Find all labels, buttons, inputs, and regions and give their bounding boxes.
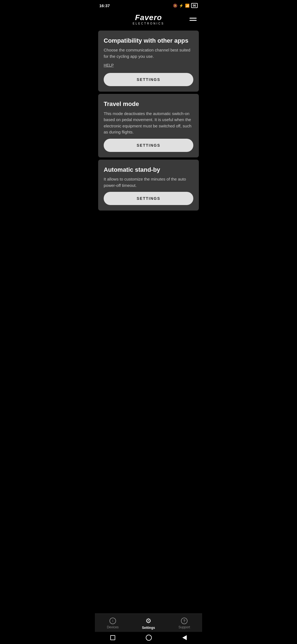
logo-sub: ELECTRONICS — [133, 22, 164, 25]
automatic-standby-card: Automatic stand-by It allows to customiz… — [98, 160, 199, 211]
logo: Favero ELECTRONICS — [133, 13, 164, 25]
automatic-standby-settings-button[interactable]: SETTINGS — [104, 192, 193, 205]
compatibility-card: Compatibility with other apps Choose the… — [98, 31, 199, 92]
status-icons: 🔕 ⚡ 📶 96 — [173, 3, 198, 8]
compatibility-description: Choose the communication channel best su… — [104, 47, 193, 59]
main-content: Compatibility with other apps Choose the… — [95, 28, 202, 213]
battery-icon: 96 — [191, 3, 198, 8]
hamburger-line-1 — [189, 18, 197, 18]
travel-mode-card: Travel mode This mode deactivates the au… — [98, 94, 199, 157]
automatic-standby-title: Automatic stand-by — [104, 166, 193, 173]
status-time: 16:37 — [99, 3, 110, 8]
travel-mode-settings-button[interactable]: SETTINGS — [104, 139, 193, 152]
compatibility-settings-button[interactable]: SETTINGS — [104, 73, 193, 86]
mute-icon: 🔕 — [173, 4, 177, 8]
travel-mode-description: This mode deactivates the automatic swit… — [104, 111, 193, 135]
hamburger-menu-button[interactable] — [189, 18, 197, 21]
hamburger-line-2 — [189, 20, 197, 21]
status-bar: 16:37 🔕 ⚡ 📶 96 — [95, 0, 202, 10]
app-header: Favero ELECTRONICS — [95, 10, 202, 28]
compatibility-help-link[interactable]: HELP — [104, 63, 114, 67]
travel-mode-title: Travel mode — [104, 100, 193, 108]
logo-main: Favero — [135, 13, 162, 22]
wifi-icon: 📶 — [185, 4, 189, 8]
bluetooth-icon: ⚡ — [179, 4, 183, 8]
compatibility-title: Compatibility with other apps — [104, 37, 193, 44]
automatic-standby-description: It allows to customize the minutes of th… — [104, 176, 193, 189]
